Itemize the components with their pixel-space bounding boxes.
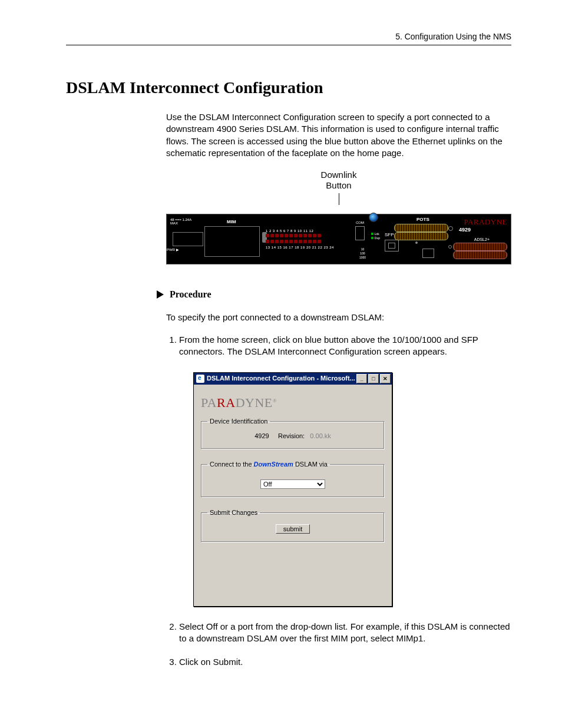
paradyne-logo: PARADYNE® — [201, 394, 385, 412]
fp-port-nums-top: 1 2 3 4 5 6 7 8 9 10 11 12 — [266, 229, 352, 233]
fp-max: MAX — [170, 221, 178, 225]
procedure-heading: Procedure — [170, 288, 211, 301]
submit-changes-group: Submit Changes submit — [201, 508, 385, 542]
fp-pwr-label: PWR ▶ — [167, 247, 179, 252]
submit-changes-legend: Submit Changes — [207, 508, 260, 517]
fp-com-label: COM — [353, 220, 367, 225]
intro-paragraph: Use the DSLAM Interconnect Configuration… — [166, 111, 511, 159]
fp-brand: PARADYNE — [464, 217, 507, 227]
minimize-button[interactable]: _ — [356, 374, 367, 383]
fp-port-nums-bot: 13 14 15 16 17 18 19 20 21 22 23 24 — [266, 245, 352, 250]
fp-adsl-label: ADSL2+ — [474, 237, 490, 242]
device-identification-legend: Device Identification — [207, 417, 270, 426]
fp-model: 4929 — [459, 226, 471, 233]
fp-lnk-label: Lnk — [375, 232, 379, 236]
downstream-connect-legend: Connect to the DownStream DSLAM via — [207, 460, 330, 469]
downlink-callout: Downlink Button — [166, 170, 511, 208]
fp-pots-label: POTS — [416, 217, 429, 223]
faceplate-diagram: 48 === 1.24A MAX PWR ▶ MIM 1 2 3 4 5 6 7… — [166, 214, 511, 264]
device-identification-group: Device Identification 4929 Revision: 0.0… — [201, 417, 385, 449]
device-model: 4929 — [254, 432, 269, 439]
close-button[interactable]: ✕ — [380, 374, 391, 383]
fp-dup-label: Dup — [375, 236, 380, 240]
revision-label: Revision: — [278, 432, 305, 439]
window-title: DSLAM Interconnect Configuration - Micro… — [207, 374, 355, 383]
fp-speed-label: 10 100 1000 — [359, 247, 366, 259]
fp-mim-label: MIM — [227, 219, 236, 226]
downstream-port-select[interactable]: Off — [260, 479, 325, 489]
callout-line2: Button — [326, 180, 351, 190]
procedure-arrow-icon — [157, 290, 164, 299]
downlink-button[interactable] — [369, 213, 378, 222]
ie-icon — [196, 375, 204, 383]
step-2: Select Off or a port from the drop-down … — [179, 621, 511, 645]
step-1: From the home screen, click on blue butt… — [179, 334, 511, 607]
maximize-button[interactable]: □ — [368, 374, 379, 383]
chapter-label: 5. Configuration Using the NMS — [395, 32, 511, 41]
step-3: Click on Submit. — [179, 656, 511, 668]
section-title: DSLAM Interconnect Configuration — [66, 78, 511, 97]
page-header: 5. Configuration Using the NMS — [66, 32, 511, 45]
revision-value: 0.00.kk — [310, 432, 330, 439]
config-window: DSLAM Interconnect Configuration - Micro… — [193, 372, 392, 607]
window-titlebar[interactable]: DSLAM Interconnect Configuration - Micro… — [194, 373, 392, 385]
callout-line1: Downlink — [321, 170, 357, 180]
submit-button[interactable]: submit — [276, 524, 310, 534]
procedure-lead: To specify the port connected to a downs… — [166, 312, 511, 323]
downstream-connect-group: Connect to the DownStream DSLAM via Off — [201, 460, 385, 498]
